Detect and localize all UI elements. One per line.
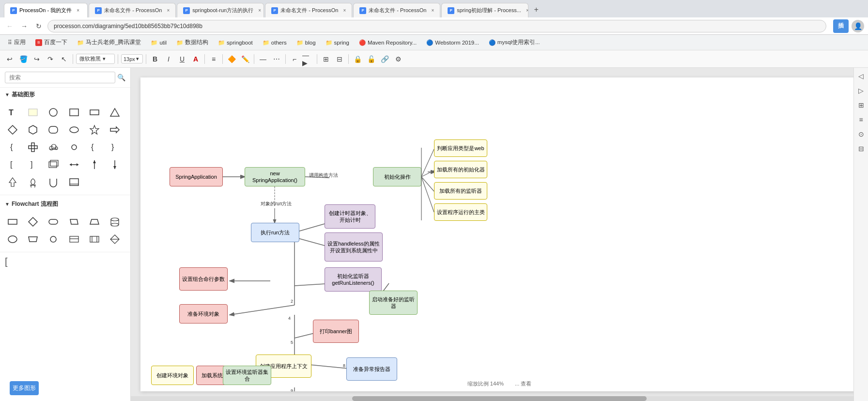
bookmark-datastruct[interactable]: 📁 数据结构 xyxy=(172,37,212,47)
bookmark-apps[interactable]: ⠿ 应用 xyxy=(4,37,30,47)
node-prepare-env[interactable]: 准备环境对象 xyxy=(179,304,228,324)
bookmark-others[interactable]: 📁 others xyxy=(259,38,291,47)
shape-bracket-right[interactable]: ] xyxy=(25,157,41,172)
panel-icon-2[interactable]: ▷ xyxy=(855,84,868,97)
shape-arrow-up[interactable] xyxy=(87,157,102,172)
bookmark-baidu[interactable]: B 百度一下 xyxy=(31,37,71,47)
shape-arrow-up2[interactable] xyxy=(5,174,20,190)
settings-button[interactable]: ⚙ xyxy=(392,53,404,65)
lock-button[interactable]: 🔒 xyxy=(352,53,363,65)
tab-close-5[interactable]: × xyxy=(429,7,436,14)
flowchart-data[interactable] xyxy=(66,231,82,247)
flowchart-cylinder[interactable] xyxy=(107,214,123,230)
group-button[interactable]: ⊞ xyxy=(320,53,332,65)
italic-button[interactable]: I xyxy=(163,53,174,65)
node-timer[interactable]: 创建计时器对象、开始计时 xyxy=(325,204,375,229)
tab-close-4[interactable]: × xyxy=(341,7,348,14)
basic-shapes-section[interactable]: ▼ 基础图形 xyxy=(0,88,130,102)
flowchart-predefined[interactable] xyxy=(87,231,102,247)
shape-bracket-left[interactable]: [ xyxy=(5,157,20,172)
node-init-ops[interactable]: 初始化操作 xyxy=(373,167,421,186)
line-style-button[interactable]: — xyxy=(257,53,269,65)
bracket-shape[interactable]: [ xyxy=(5,256,8,267)
flowchart-sort[interactable] xyxy=(107,231,123,247)
canvas-area[interactable]: 1 2 3 4 5 6 7 8 9 SpringApplication new … xyxy=(131,68,868,401)
node-springapplication[interactable]: SpringApplication xyxy=(170,167,223,186)
panel-icon-6[interactable]: ⊟ xyxy=(855,142,868,155)
shape-rect[interactable] xyxy=(66,105,82,120)
shape-hexagon[interactable] xyxy=(25,122,41,138)
node-load-initializers[interactable]: 加载所有的初始化器 xyxy=(434,161,487,178)
search-icon[interactable]: 🔍 xyxy=(117,74,125,81)
bookmark-mysql[interactable]: 🔵 mysql使用索引... xyxy=(485,37,544,47)
tab-unnamed-3[interactable]: P 未命名文件 - ProcessOn × xyxy=(353,3,440,17)
back-button[interactable]: ← xyxy=(4,20,16,32)
flowchart-manual[interactable] xyxy=(25,231,41,247)
tab-close-2[interactable]: × xyxy=(165,7,171,14)
user-profile-button[interactable]: 👤 xyxy=(852,20,864,32)
ungroup-button[interactable]: ⊟ xyxy=(334,53,345,65)
shape-rect-small[interactable] xyxy=(87,105,102,120)
flowchart-parallelogram[interactable] xyxy=(66,214,82,230)
flowchart-decision[interactable] xyxy=(25,214,41,230)
shape-rounded-rect[interactable] xyxy=(46,122,61,138)
flowchart-section[interactable]: ▼ Flowchart 流程图 xyxy=(0,197,130,211)
bookmark-blog[interactable]: 📁 blog xyxy=(293,38,320,47)
tab-close-1[interactable]: × xyxy=(75,7,81,14)
node-exception-reporter[interactable]: 准备异常报告器 xyxy=(346,357,397,381)
flowchart-connector[interactable] xyxy=(46,231,61,247)
redo2-button[interactable]: ↷ xyxy=(45,53,56,65)
scrollbar-thumb[interactable] xyxy=(352,396,647,401)
node-load-listeners[interactable]: 加载所有的监听器 xyxy=(434,182,487,200)
connector-button[interactable]: —▶ xyxy=(302,53,314,65)
panel-icon-4[interactable]: ≡ xyxy=(855,113,868,126)
node-cmdline-params[interactable]: 设置组合命行参数 xyxy=(179,267,228,291)
flowchart-process[interactable] xyxy=(5,214,20,230)
shape-ellipse[interactable] xyxy=(66,122,82,138)
shape-rect-bottom[interactable] xyxy=(66,174,82,190)
diagram-canvas[interactable]: 1 2 3 4 5 6 7 8 9 SpringApplication new … xyxy=(140,77,858,391)
bookmark-mashibing[interactable]: 📁 马士兵老师_腾讯课堂 xyxy=(73,37,145,47)
bookmark-util[interactable]: 📁 util xyxy=(147,38,170,47)
panel-icon-1[interactable]: ◁ xyxy=(855,70,868,82)
forward-button[interactable]: → xyxy=(18,20,30,32)
tab-close-6[interactable]: × xyxy=(524,7,528,14)
node-new-springapplication[interactable]: new SpringApplication() xyxy=(245,167,305,186)
unlock-button[interactable]: 🔓 xyxy=(365,53,377,65)
font-family-selector[interactable]: 微软雅黑 ▾ xyxy=(76,54,115,64)
fill-color-button[interactable]: 🔶 xyxy=(226,53,237,65)
panel-icon-5[interactable]: ⊙ xyxy=(855,128,868,140)
node-execute-run[interactable]: 执行run方法 xyxy=(251,223,299,242)
redo-button[interactable]: ↪ xyxy=(31,53,43,65)
bookmark-maven[interactable]: 🔴 Maven Repository... xyxy=(355,38,420,47)
underline-button[interactable]: U xyxy=(176,53,188,65)
tab-processon-myfiles[interactable]: P ProcessOn - 我的文件 × xyxy=(4,3,88,17)
shape-star[interactable] xyxy=(87,122,102,138)
shape-arrow-left-right[interactable] xyxy=(66,157,82,172)
text-align-button[interactable]: ≡ xyxy=(208,53,219,65)
shape-horseshoe[interactable] xyxy=(46,174,61,190)
bookmark-spring[interactable]: 📁 spring xyxy=(322,38,353,47)
font-size-selector[interactable]: 13px ▾ xyxy=(121,54,143,63)
waypoint-button[interactable]: ⌐ xyxy=(289,53,300,65)
node-create-env-obj[interactable]: 创建环境对象 xyxy=(151,366,194,385)
node-set-main-class[interactable]: 设置程序运行的主类 xyxy=(434,203,487,221)
tab-spring-initial[interactable]: P spring初始理解 - Process... × xyxy=(441,3,528,17)
shape-arrow-right[interactable] xyxy=(107,122,123,138)
bold-button[interactable]: B xyxy=(149,53,161,65)
shape-circle[interactable] xyxy=(46,105,61,120)
tab-unnamed-2[interactable]: P 未命名文件 - ProcessOn × xyxy=(265,3,352,17)
node-start-listeners[interactable]: 启动准备好的监听器 xyxy=(369,291,418,315)
shape-sticky[interactable] xyxy=(25,105,41,120)
extensions-button[interactable]: 插 xyxy=(833,19,849,33)
shape-curly-brace-left[interactable]: { xyxy=(87,139,102,155)
tab-unnamed-1[interactable]: P 未命名文件 - ProcessOn × xyxy=(89,3,176,17)
paint-bucket-button[interactable]: 🪣 xyxy=(17,53,29,65)
panel-icon-3[interactable]: ⊞ xyxy=(855,99,868,111)
shape-omega[interactable] xyxy=(25,174,41,190)
shape-diamond[interactable] xyxy=(5,122,20,138)
cursor-button[interactable]: ↖ xyxy=(58,53,70,65)
flowchart-oval[interactable] xyxy=(5,231,20,247)
shape-cloud[interactable] xyxy=(46,139,61,155)
shape-circle-small[interactable] xyxy=(66,139,82,155)
